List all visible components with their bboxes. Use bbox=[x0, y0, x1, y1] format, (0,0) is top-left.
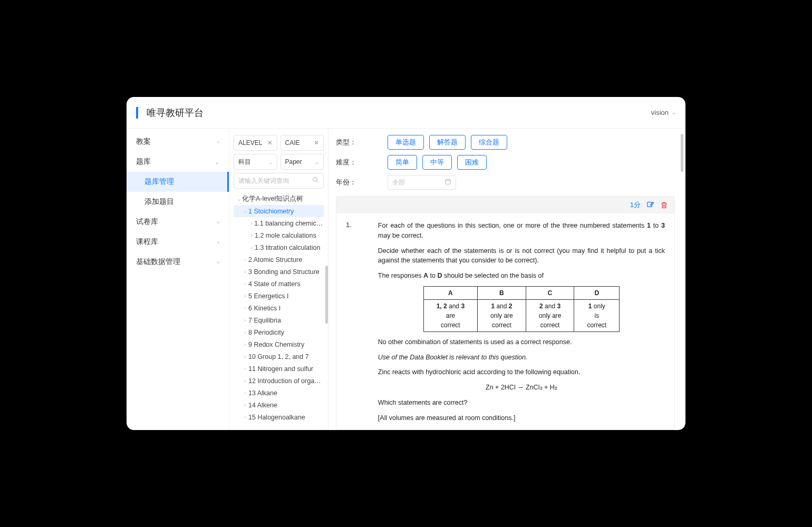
type-filter: 类型： 单选题 解答题 综合题 bbox=[336, 135, 675, 150]
close-icon[interactable]: ✕ bbox=[267, 139, 273, 147]
year-placeholder: 全部 bbox=[392, 178, 405, 187]
tree-node[interactable]: ›6 Kinetics I bbox=[234, 302, 324, 314]
sidebar-item[interactable]: 教案› bbox=[127, 132, 229, 152]
scrollbar-thumb[interactable] bbox=[681, 134, 683, 172]
tree-node[interactable]: ›5 Energetics I bbox=[234, 290, 324, 302]
svg-point-0 bbox=[313, 178, 317, 182]
tree-panel: ALEVEL ✕ CAIE ✕ 科目 ⌄ Paper ⌄ bbox=[229, 129, 328, 430]
tree-node[interactable]: ⌄1 Stoichiometry bbox=[234, 205, 324, 217]
caret-icon: › bbox=[242, 402, 248, 408]
sidebar-item[interactable]: 课程库› bbox=[127, 232, 229, 252]
edit-icon[interactable] bbox=[646, 201, 654, 209]
caret-icon: › bbox=[242, 293, 248, 299]
tree-label: 15 Halogenoalkane bbox=[248, 414, 305, 421]
diff-chip-easy[interactable]: 简单 bbox=[388, 155, 417, 170]
sidebar-item[interactable]: 试卷库› bbox=[127, 212, 229, 232]
answer-key-table: A B C D 1, 2 and 3arecorrect 1 and 2only… bbox=[423, 286, 620, 332]
tree-node[interactable]: ⌄化学A-level知识点树 bbox=[234, 193, 324, 205]
filter-label-year: 年份： bbox=[336, 178, 357, 187]
caret-icon: › bbox=[248, 245, 255, 250]
sidebar-item-label: 课程库 bbox=[136, 237, 158, 247]
scrollbar-thumb[interactable] bbox=[325, 266, 328, 324]
brand-accent bbox=[136, 107, 138, 119]
tree-node[interactable]: ›1.2 mole calculations bbox=[234, 229, 324, 241]
tree-node[interactable]: ›4 State of matters bbox=[234, 278, 324, 290]
calendar-icon bbox=[444, 178, 451, 187]
caret-icon: › bbox=[242, 317, 248, 323]
diff-chip-medium[interactable]: 中等 bbox=[422, 155, 452, 170]
tree-node[interactable]: ›11 Nitrogen and sulfur bbox=[234, 363, 324, 375]
search-input[interactable] bbox=[238, 177, 312, 184]
question-text: For each of the questions in this sectio… bbox=[378, 221, 665, 430]
caret-icon: › bbox=[242, 257, 248, 262]
svg-rect-6 bbox=[647, 202, 652, 207]
filter-label-difficulty: 难度： bbox=[336, 158, 357, 167]
search-box bbox=[234, 173, 324, 189]
sidebar-item[interactable]: 题库⌄ bbox=[127, 152, 229, 172]
chevron-down-icon: ⌄ bbox=[315, 159, 319, 165]
paper-select[interactable]: Paper ⌄ bbox=[281, 154, 324, 170]
sidebar-item-label: 基础数据管理 bbox=[136, 257, 180, 267]
select-label: Paper bbox=[285, 158, 302, 165]
tree-node[interactable]: ›1.3 titration calculation bbox=[234, 241, 324, 253]
tree-node[interactable]: ›14 Alkene bbox=[234, 399, 324, 411]
close-icon[interactable]: ✕ bbox=[314, 139, 319, 147]
tree-node[interactable]: ›7 Equilibria bbox=[234, 314, 324, 326]
tree-node[interactable]: ›1.1 balancing chemical… bbox=[234, 217, 324, 229]
tree-label: 11 Nitrogen and sulfur bbox=[248, 365, 313, 373]
sidebar: 教案›题库⌄题库管理添加题目试卷库›课程库›基础数据管理› bbox=[127, 129, 229, 430]
sidebar-item[interactable]: 基础数据管理› bbox=[127, 252, 229, 272]
sidebar-item-label: 题库 bbox=[136, 157, 151, 167]
tree-node[interactable]: ›12 Introduction of orga… bbox=[234, 375, 324, 387]
tree-label: 10 Group 1, 2, and 7 bbox=[248, 353, 309, 360]
caret-icon: › bbox=[242, 354, 248, 359]
chip-label: ALEVEL bbox=[238, 139, 262, 147]
chevron-down-icon: ⌄ bbox=[268, 159, 273, 165]
tree-node[interactable]: ›9 Redox Chemistry bbox=[234, 338, 324, 350]
knowledge-tree: ⌄化学A-level知识点树⌄1 Stoichiometry›1.1 balan… bbox=[234, 193, 324, 423]
caret-icon: › bbox=[242, 341, 248, 347]
tree-node[interactable]: ›13 Alkane bbox=[234, 387, 324, 399]
tree-node[interactable]: ›10 Group 1, 2, and 7 bbox=[234, 350, 324, 363]
tree-node[interactable]: ›2 Atomic Structure bbox=[234, 253, 324, 266]
sidebar-item[interactable]: 添加题目 bbox=[127, 192, 229, 212]
app-window: 唯寻教研平台 vision ⌄ 教案›题库⌄题库管理添加题目试卷库›课程库›基础… bbox=[127, 97, 685, 430]
sidebar-item-label: 题库管理 bbox=[144, 177, 174, 187]
tree-label: 2 Atomic Structure bbox=[248, 256, 302, 264]
subject-select[interactable]: 科目 ⌄ bbox=[234, 154, 277, 170]
tree-label: 9 Redox Chemistry bbox=[248, 341, 304, 348]
trash-icon[interactable] bbox=[660, 201, 668, 209]
filter-chip-exam[interactable]: CAIE ✕ bbox=[281, 135, 324, 151]
caret-icon: ⌄ bbox=[242, 208, 248, 214]
select-label: 科目 bbox=[238, 158, 251, 167]
tree-label: 6 Kinetics I bbox=[248, 305, 281, 312]
caret-icon: › bbox=[242, 378, 248, 384]
statement-list: 1A 3.27 g sample of zinc reacts with an … bbox=[378, 428, 665, 430]
diff-chip-hard[interactable]: 困难 bbox=[457, 155, 487, 170]
tree-node[interactable]: ›8 Periodicity bbox=[234, 326, 324, 338]
content-panel: 类型： 单选题 解答题 综合题 难度： 简单 中等 困难 年份： 全部 bbox=[328, 129, 685, 430]
type-chip-answer[interactable]: 解答题 bbox=[429, 135, 466, 150]
tree-label: 化学A-level知识点树 bbox=[242, 194, 303, 203]
tree-label: 7 Equilibria bbox=[248, 317, 281, 324]
user-menu[interactable]: vision ⌄ bbox=[651, 109, 676, 116]
score-button[interactable]: 1分 bbox=[630, 200, 641, 210]
type-chip-comprehensive[interactable]: 综合题 bbox=[471, 135, 507, 150]
svg-rect-2 bbox=[446, 180, 451, 184]
sidebar-item[interactable]: 题库管理 bbox=[127, 172, 229, 192]
sidebar-item-label: 教案 bbox=[136, 137, 151, 147]
type-chip-single[interactable]: 单选题 bbox=[388, 135, 424, 150]
header: 唯寻教研平台 vision ⌄ bbox=[127, 97, 685, 129]
filter-chip-board[interactable]: ALEVEL ✕ bbox=[234, 135, 277, 151]
search-icon[interactable] bbox=[312, 177, 319, 185]
brand-title: 唯寻教研平台 bbox=[147, 106, 204, 119]
tree-node[interactable]: ›15 Halogenoalkane bbox=[234, 411, 324, 423]
tree-label: 14 Alkene bbox=[248, 402, 277, 409]
caret-icon: › bbox=[242, 269, 248, 275]
year-select[interactable]: 全部 bbox=[388, 175, 456, 190]
question-body: 1. For each of the questions in this sec… bbox=[336, 213, 674, 430]
caret-icon: › bbox=[242, 281, 248, 287]
caret-icon: › bbox=[242, 414, 248, 420]
chip-label: CAIE bbox=[285, 139, 300, 147]
tree-node[interactable]: ›3 Bonding and Structure bbox=[234, 266, 324, 278]
